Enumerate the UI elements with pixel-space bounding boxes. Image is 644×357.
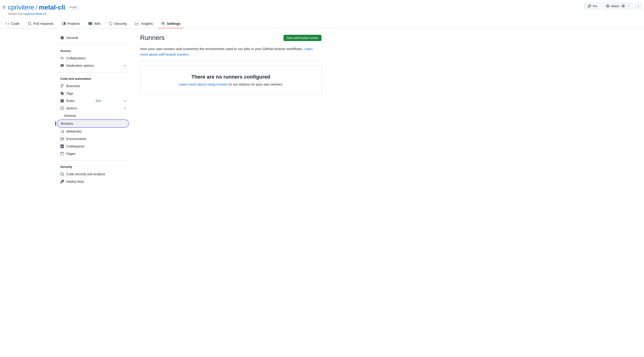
repo-header: cprivitere / metal-cli Public forked fro… (0, 0, 644, 15)
sidebar-pages[interactable]: Pages (58, 150, 129, 157)
table-icon (62, 22, 66, 25)
forked-from: forked from equinix/metal-cli (2, 12, 638, 15)
sidebar-code-security[interactable]: Code security and analysis (58, 170, 129, 178)
section-access: Access (58, 47, 129, 54)
sidebar-tags[interactable]: Tags (58, 90, 129, 97)
visibility-badge: Public (67, 5, 80, 10)
sidebar-actions[interactable]: Actions (58, 104, 129, 112)
more-button[interactable] (635, 3, 642, 9)
divider (140, 61, 322, 61)
divider (58, 160, 129, 160)
caret-down-icon (628, 5, 630, 7)
codespaces-icon (60, 144, 64, 148)
chevron-down-icon (124, 99, 127, 102)
webhook-icon (60, 130, 64, 133)
caret-down-icon (637, 5, 640, 7)
repo-owner-link[interactable]: cprivitere (8, 4, 34, 11)
git-pull-request-icon (28, 22, 32, 25)
key-icon (60, 180, 64, 183)
empty-state: There are no runners configured Learn mo… (140, 65, 322, 95)
sidebar-general[interactable]: General (58, 34, 129, 41)
page-title: Runners (140, 34, 165, 41)
repo-owner-sep: / (36, 4, 38, 11)
fork-icon (2, 5, 6, 9)
divider (58, 44, 129, 44)
sidebar-deploy-keys[interactable]: Deploy keys (58, 178, 129, 185)
watch-count: 0 (621, 4, 626, 8)
eye-icon (606, 4, 610, 8)
nav-projects[interactable]: Projects (59, 19, 83, 28)
codescan-icon (60, 172, 64, 176)
sidebar-branches[interactable]: Branches (58, 82, 129, 90)
beta-badge: Beta (94, 99, 104, 103)
new-runner-button[interactable]: New self-hosted runner (284, 35, 322, 41)
shield-icon (109, 22, 112, 25)
server-icon (60, 137, 64, 141)
sidebar-rules[interactable]: Rules Beta (58, 97, 129, 104)
nav-code[interactable]: Code (2, 19, 23, 28)
nav-insights[interactable]: Insights (132, 19, 156, 28)
pin-icon (588, 4, 591, 8)
graph-icon (135, 22, 139, 25)
settings-sidebar: General Access Collaborators Moderation … (58, 34, 134, 185)
sidebar-moderation[interactable]: Moderation options (58, 62, 129, 69)
nav-security[interactable]: Security (106, 19, 130, 28)
book-icon (88, 22, 92, 25)
nav-pull-requests[interactable]: Pull requests (24, 19, 57, 28)
page-description: Host your own runners and customize the … (140, 46, 322, 57)
browser-icon (60, 152, 64, 156)
sidebar-actions-general[interactable]: General (58, 112, 129, 119)
section-security: Security (58, 163, 129, 170)
pin-button[interactable]: Pin (584, 3, 600, 9)
people-icon (60, 56, 64, 60)
nav-wiki[interactable]: Wiki (85, 19, 104, 28)
learn-more-using-link[interactable]: Learn more about using runners (178, 82, 228, 86)
sidebar-codespaces[interactable]: Codespaces (58, 143, 129, 150)
repo-nav: Code Pull requests Projects Wiki Securit… (0, 19, 644, 28)
gear-icon (60, 36, 64, 40)
forked-from-link[interactable]: equinix/metal-cli (24, 12, 46, 15)
chevron-up-icon (124, 107, 127, 110)
section-code-automation: Code and automation (58, 75, 129, 82)
main-content: Runners New self-hosted runner Host your… (134, 34, 327, 185)
chevron-down-icon (124, 64, 127, 67)
header-actions: Pin Watch 0 (584, 3, 642, 9)
tag-icon (60, 92, 64, 95)
nav-settings[interactable]: Settings (158, 19, 184, 28)
play-icon (60, 106, 64, 110)
repo-title: cprivitere / metal-cli (8, 4, 65, 11)
code-icon (6, 22, 9, 25)
rules-icon (60, 99, 64, 103)
sidebar-collaborators[interactable]: Collaborators (58, 54, 129, 62)
comment-moderation-icon (60, 64, 64, 67)
empty-title: There are no runners configured (146, 74, 316, 80)
divider (58, 72, 129, 72)
branch-icon (60, 84, 64, 88)
repo-name-link[interactable]: metal-cli (39, 4, 65, 11)
empty-text: Learn more about using runners to run ac… (146, 82, 316, 86)
gear-icon (161, 22, 165, 25)
sidebar-webhooks[interactable]: Webhooks (58, 128, 129, 135)
watch-button[interactable]: Watch 0 (602, 3, 633, 9)
sidebar-environments[interactable]: Environments (58, 135, 129, 143)
sidebar-actions-runners[interactable]: Runners (57, 119, 129, 128)
